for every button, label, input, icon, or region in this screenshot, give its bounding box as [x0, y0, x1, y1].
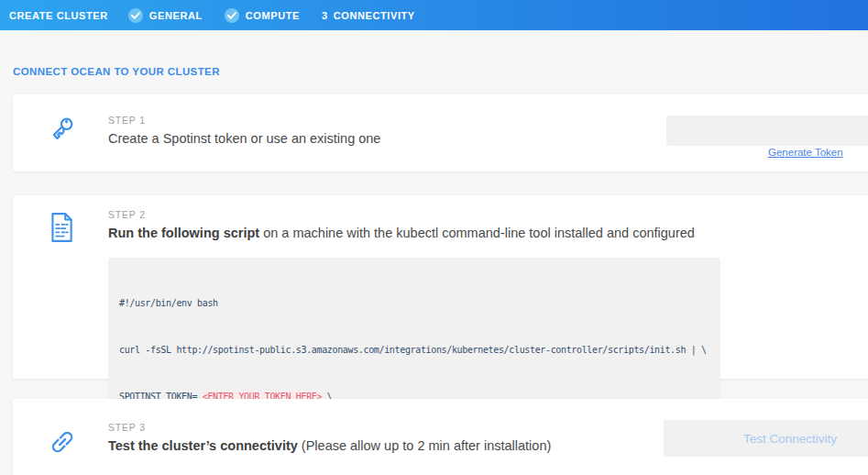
code-line-2: curl -fsSL http://spotinst-public.s3.ama…	[119, 342, 709, 358]
script-document-icon	[46, 209, 75, 379]
step1-card: STEP 1 Create a Spotinst token or use an…	[13, 94, 868, 171]
code-line-1: #!/usr/bin/env bash	[119, 295, 709, 311]
step3-title-rest: (Please allow up to 2 min after installa…	[298, 438, 551, 453]
tab-general-label: GENERAL	[149, 10, 203, 21]
step3-title: Test the cluster’s connectivity (Please …	[108, 438, 551, 453]
test-connectivity-button[interactable]: Test Connectivity	[664, 420, 868, 457]
step1-title: Create a Spotinst token or use an existi…	[108, 131, 380, 146]
tab-connectivity[interactable]: 3 CONNECTIVITY	[322, 10, 415, 21]
step2-title-bold: Run the following script	[108, 226, 259, 240]
step2-card: STEP 2 Run the following script on a mac…	[13, 195, 868, 379]
step2-title: Run the following script on a machine wi…	[108, 226, 720, 240]
step3-title-bold: Test the cluster’s connectivity	[108, 438, 298, 453]
tab-general[interactable]: GENERAL	[128, 8, 203, 23]
tab-compute[interactable]: COMPUTE	[225, 8, 300, 23]
page-title: CONNECT OCEAN TO YOUR CLUSTER	[13, 66, 220, 77]
generate-token-link[interactable]: Generate Token	[768, 147, 843, 158]
check-icon	[225, 8, 239, 23]
tab-connectivity-label: CONNECTIVITY	[334, 10, 415, 21]
step1-label: STEP 1	[108, 115, 380, 126]
tab-compute-label: COMPUTE	[246, 10, 300, 21]
wizard-navbar: CREATE CLUSTER GENERAL COMPUTE 3 CONNECT…	[0, 0, 868, 30]
step2-label: STEP 2	[108, 209, 720, 220]
tab-connectivity-number: 3	[322, 10, 328, 21]
create-cluster-title: CREATE CLUSTER	[9, 10, 108, 21]
token-input[interactable]	[666, 116, 868, 146]
step3-label: STEP 3	[108, 422, 551, 433]
key-icon	[46, 113, 75, 171]
step3-card: STEP 3 Test the cluster’s connectivity (…	[13, 399, 868, 475]
chain-link-icon	[46, 425, 75, 475]
step2-title-rest: on a machine with the kubectl command-li…	[259, 226, 695, 240]
check-icon	[128, 8, 143, 23]
